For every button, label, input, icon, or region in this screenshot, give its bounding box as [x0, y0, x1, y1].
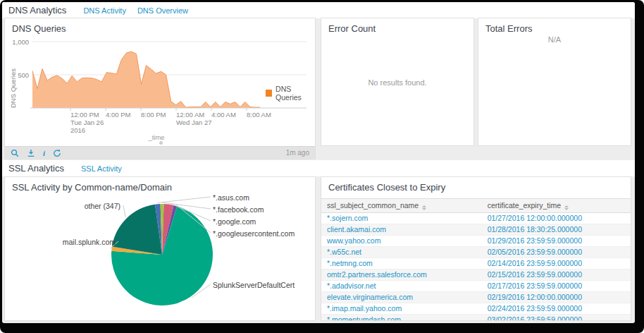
magnifier-icon[interactable]	[11, 149, 19, 157]
dns-queries-panel: DNS Queries 1,000 500 DNS Queries 12:00 …	[4, 18, 316, 159]
chart-legend-item[interactable]: DNS Queries	[266, 85, 315, 102]
cert-common-name-cell[interactable]: client.akamai.com	[321, 224, 482, 236]
table-row[interactable]: elevate.virginamerica.com02/19/2016 12:0…	[321, 292, 631, 303]
cert-common-name-cell[interactable]: elevate.virginamerica.com	[321, 292, 482, 303]
pie-slice-other-347-[interactable]	[112, 205, 162, 255]
ssl-pie-chart	[5, 177, 316, 321]
legend-swatch	[266, 90, 272, 97]
splunk-dashboard: DNS Analytics DNS ActivityDNS Overview D…	[2, 2, 635, 323]
cert-common-name-cell[interactable]: *.sojern.com	[321, 213, 482, 224]
column-header-certificate_expiry_time[interactable]: certificate_expiry_time	[482, 199, 631, 213]
panel-toolbar: i 1m ago	[5, 146, 315, 159]
cert-expiry-time-cell[interactable]: 02/19/2016 12:00:00.000000	[482, 292, 631, 303]
ssl-pie-panel: SSL Activity by Common-name/Domain *.asu…	[4, 176, 316, 321]
cert-table: ssl_subject_common_namecertificate_expir…	[321, 198, 631, 321]
table-row[interactable]: client.akamai.com01/28/2016 18:30:25.000…	[321, 224, 631, 236]
x-axis-tick-label: 8:00 AM	[247, 111, 271, 119]
pie-label--facebook-com: *.facebook.com	[213, 205, 264, 214]
cert-common-name-cell[interactable]: *.momentumdash.com	[321, 315, 482, 322]
cert-expiry-time-cell[interactable]: 02/14/2016 23:59:59.000000	[482, 258, 631, 270]
ssl-section-title: SSL Analytics	[8, 163, 64, 174]
table-row[interactable]: *.w55c.net02/05/2016 23:59:59.000000	[321, 247, 631, 258]
dns-section-title: DNS Analytics	[8, 5, 66, 16]
x-axis-tick-label: 12:00 PMTue Jan 262016	[70, 111, 104, 134]
cert-common-name-cell[interactable]: www.yahoo.com	[321, 236, 482, 247]
cert-common-name-cell[interactable]: omtr2.partners.salesforce.com	[321, 270, 482, 281]
x-axis-tick-label: 12:00 AMWed Jan 27	[176, 111, 212, 126]
cert-expiry-time-cell[interactable]: 02/05/2016 23:59:59.000000	[482, 247, 631, 258]
table-row[interactable]: *.adadvisor.net02/17/2016 23:59:59.00000…	[321, 281, 631, 292]
x-axis-title: _time	[5, 133, 308, 141]
y-axis-tick-1000: 1,000	[5, 38, 29, 46]
x-axis-tick-label: 4:00 PM	[106, 111, 130, 119]
x-axis-tick-label: 4:00 AM	[211, 111, 236, 119]
download-icon[interactable]	[27, 149, 35, 157]
total-errors-value: N/A	[478, 35, 631, 44]
cert-table-panel: Certificates Closest to Expiry ssl_subje…	[321, 176, 631, 321]
legend-label: DNS Queries	[275, 85, 315, 102]
sort-icon	[564, 205, 569, 210]
pie-label-mail-splunk-com: mail.splunk.com	[63, 238, 116, 246]
total-errors-panel: Total Errors N/A	[478, 18, 631, 146]
pie-label-other-347-: other (347)	[85, 202, 120, 210]
cert-expiry-time-cell[interactable]: 02/15/2016 23:59:59.000000	[482, 270, 631, 281]
table-row[interactable]: *.imap.mail.yahoo.com02/24/2016 23:59:59…	[321, 303, 631, 315]
table-row[interactable]: omtr2.partners.salesforce.com02/15/2016 …	[321, 270, 631, 281]
panel-resize-handle[interactable]	[159, 141, 163, 145]
cert-expiry-time-cell[interactable]: 01/27/2016 12:00:00.000000	[482, 213, 631, 224]
error-count-panel: Error Count No results found.	[321, 18, 474, 146]
dns-section-header: DNS Analytics DNS ActivityDNS Overview	[2, 2, 635, 18]
error-count-title: Error Count	[328, 23, 376, 34]
no-results-message: No results found.	[321, 78, 473, 87]
dns-tab-dns-overview[interactable]: DNS Overview	[137, 6, 188, 15]
dns-tab-dns-activity[interactable]: DNS Activity	[83, 6, 126, 15]
ssl-section-header: SSL Analytics SSL Activity	[2, 160, 635, 176]
table-row[interactable]: *.momentumdash.com03/02/2016 23:59:59.00…	[321, 315, 631, 322]
cert-table-title: Certificates Closest to Expiry	[328, 182, 445, 193]
cert-expiry-time-cell[interactable]: 02/24/2016 23:59:59.000000	[482, 303, 631, 315]
ssl-pie-title: SSL Activity by Common-name/Domain	[12, 182, 172, 193]
x-axis-tick-label: 8:00 PM	[141, 111, 166, 119]
info-icon[interactable]: i	[43, 149, 45, 157]
ssl-tabs: SSL Activity	[81, 164, 122, 173]
pie-label-splunkserverdefaultcert: SplunkServerDefaultCert	[213, 281, 295, 289]
last-updated: 1m ago	[286, 149, 309, 157]
cert-expiry-time-cell[interactable]: 02/17/2016 23:59:59.000000	[482, 281, 631, 292]
dns-tabs: DNS ActivityDNS Overview	[83, 6, 188, 15]
dns-queries-panel-title: DNS Queries	[12, 23, 66, 34]
pie-label--google-com: *.google.com	[213, 217, 256, 226]
cert-common-name-cell[interactable]: *.adadvisor.net	[321, 281, 482, 292]
pie-label--googleusercontent-com: *.googleusercontent.com	[213, 229, 295, 238]
ssl-tab-ssl-activity[interactable]: SSL Activity	[81, 164, 122, 173]
y-axis-title: DNS Queries	[9, 68, 17, 108]
cert-expiry-time-cell[interactable]: 03/02/2016 23:59:59.000000	[482, 315, 631, 322]
cert-common-name-cell[interactable]: *.netmng.com	[321, 258, 482, 270]
dns-area-chart	[5, 36, 312, 116]
column-header-ssl_subject_common_name[interactable]: ssl_subject_common_name	[321, 199, 482, 213]
screenshot-frame: DNS Analytics DNS ActivityDNS Overview D…	[0, 0, 644, 333]
cert-expiry-time-cell[interactable]: 01/28/2016 18:30:25.000000	[482, 224, 631, 236]
cert-common-name-cell[interactable]: *.w55c.net	[321, 247, 482, 258]
x-axis-labels: 12:00 PMTue Jan 2620164:00 PM8:00 PM12:0…	[5, 111, 316, 135]
sort-icon	[422, 205, 426, 210]
total-errors-title: Total Errors	[485, 23, 532, 34]
dns-queries-area-series[interactable]	[32, 52, 260, 108]
table-row[interactable]: *.netmng.com02/14/2016 23:59:59.000000	[321, 258, 631, 270]
table-row[interactable]: *.sojern.com01/27/2016 12:00:00.000000	[321, 213, 631, 224]
cert-expiry-time-cell[interactable]: 01/29/2016 23:59:59.000000	[482, 236, 631, 247]
table-row[interactable]: www.yahoo.com01/29/2016 23:59:59.000000	[321, 236, 631, 247]
pie-label--asus-com: *.asus.com	[213, 193, 249, 202]
cert-common-name-cell[interactable]: *.imap.mail.yahoo.com	[321, 303, 482, 315]
refresh-icon[interactable]	[53, 149, 61, 157]
